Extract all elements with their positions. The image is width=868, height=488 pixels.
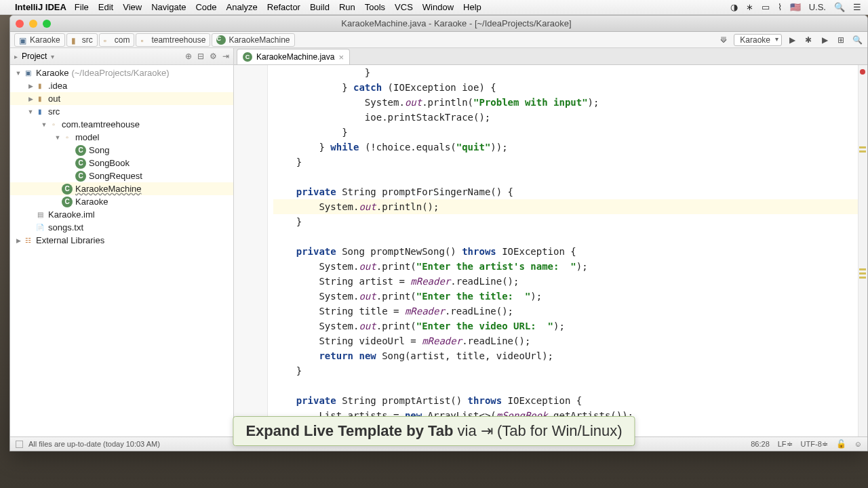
menu-file[interactable]: File [75, 2, 89, 12]
error-indicator-icon[interactable] [860, 69, 865, 75]
tree-iml[interactable]: ▤Karaoke.iml [10, 208, 233, 221]
close-icon[interactable]: × [338, 52, 344, 62]
flag-icon[interactable]: 🇺🇸 [790, 2, 801, 12]
tab-label: KaraokeMachine.java [256, 52, 334, 62]
tree-class-karaoke[interactable]: CKaraoke [10, 195, 233, 208]
make-icon[interactable]: ⟱ [717, 34, 730, 46]
project-tool-window: ▸ Project ▾ ⊕ ⊟ ⚙ ⇥ ▼▣Karaoke(~/IdeaProj… [10, 48, 234, 436]
search-icon[interactable]: 🔍 [851, 34, 863, 46]
code-area[interactable]: } } catch (IOException ioe) { System.out… [268, 65, 858, 436]
menu-view[interactable]: View [123, 2, 142, 12]
crumb-pkg[interactable]: ▫teamtreehouse [136, 33, 210, 47]
tree-pkg[interactable]: ▼▫com.teamtreehouse [10, 118, 233, 131]
tree-out[interactable]: ▶▮out [10, 92, 233, 105]
productivity-tooltip: Expand Live Template by Tab via ⇥ (Tab f… [233, 416, 635, 446]
editor-tab[interactable]: C KaraokeMachine.java × [237, 49, 350, 64]
debug-button[interactable]: ✱ [802, 34, 814, 46]
window-title: KaraokeMachine.java - Karaoke - [~/IdeaP… [51, 18, 862, 28]
hide-icon[interactable]: ⇥ [222, 52, 229, 61]
editor-tabs: C KaraokeMachine.java × [234, 48, 867, 65]
menu-code[interactable]: Code [195, 2, 216, 12]
run-button[interactable]: ▶ [786, 34, 798, 46]
warning-mark[interactable] [859, 277, 866, 279]
editor: C KaraokeMachine.java × } } [234, 48, 867, 436]
caret-position[interactable]: 86:28 [751, 440, 770, 448]
line-separator[interactable]: LF≑ [778, 440, 793, 449]
window-close-button[interactable] [16, 20, 24, 28]
tree-class-songrequest[interactable]: CSongRequest [10, 169, 233, 182]
crumb-com[interactable]: ▫com [99, 33, 135, 47]
project-tree[interactable]: ▼▣Karaoke(~/IdeaProjects/Karaoke) ▶▮.ide… [10, 65, 233, 436]
structure-button[interactable]: ⊞ [835, 34, 847, 46]
lock-icon[interactable]: 🔓 [836, 439, 846, 449]
spotlight-icon[interactable]: 🔍 [834, 2, 845, 12]
menu-tools[interactable]: Tools [365, 2, 385, 12]
error-stripe[interactable] [858, 65, 867, 436]
menu-build[interactable]: Build [310, 2, 330, 12]
crumb-src[interactable]: ▮src [66, 33, 98, 47]
menu-analyze[interactable]: Analyze [226, 2, 258, 12]
menu-edit[interactable]: Edit [98, 2, 113, 12]
menu-icon[interactable]: ☰ [853, 2, 861, 12]
warning-mark[interactable] [859, 150, 866, 152]
tray-icon[interactable]: ◑ [730, 2, 738, 12]
ide-window: KaraokeMachine.java - Karaoke - [~/IdeaP… [9, 15, 868, 451]
tree-model[interactable]: ▼▫model [10, 131, 233, 144]
encoding[interactable]: UTF-8≑ [801, 440, 828, 449]
warning-mark[interactable] [859, 146, 866, 148]
tree-ext-lib[interactable]: ▶☷External Libraries [10, 234, 233, 247]
warning-mark[interactable] [859, 268, 866, 270]
warning-mark[interactable] [859, 272, 866, 274]
scroll-to-icon[interactable]: ⊕ [185, 52, 192, 61]
project-panel-header[interactable]: ▸ Project ▾ ⊕ ⊟ ⚙ ⇥ [10, 48, 233, 65]
crumb-class[interactable]: CKaraokeMachine [212, 33, 294, 47]
menu-refactor[interactable]: Refactor [267, 2, 300, 12]
coverage-button[interactable]: ▶ [818, 34, 831, 46]
crumb-project[interactable]: ▣Karaoke [14, 33, 65, 47]
tree-class-song[interactable]: CSong [10, 144, 233, 157]
gear-icon[interactable]: ⚙ [210, 52, 217, 61]
collapse-icon[interactable]: ⊟ [197, 52, 204, 61]
status-message: All files are up-to-date (today 10:03 AM… [28, 440, 160, 448]
tree-root[interactable]: ▼▣Karaoke(~/IdeaProjects/Karaoke) [10, 66, 233, 79]
window-minimize-button[interactable] [29, 20, 37, 28]
window-zoom-button[interactable] [43, 20, 51, 28]
navigation-bar: ▣Karaoke ▮src ▫com ▫teamtreehouse CKarao… [10, 32, 867, 48]
tree-class-karaokemachine[interactable]: CKaraokeMachine [10, 182, 233, 195]
menu-navigate[interactable]: Navigate [151, 2, 186, 12]
panel-title: Project [22, 52, 47, 61]
status-icon[interactable] [16, 441, 23, 448]
gutter[interactable] [234, 65, 268, 436]
menu-vcs[interactable]: VCS [395, 2, 413, 12]
tree-idea[interactable]: ▶▮.idea [10, 79, 233, 92]
run-config-dropdown[interactable]: Karaoke [734, 34, 782, 46]
menu-help[interactable]: Help [463, 2, 481, 12]
locale-text[interactable]: U.S. [809, 2, 826, 12]
tree-src[interactable]: ▼▮src [10, 105, 233, 118]
tree-songs[interactable]: 📄songs.txt [10, 221, 233, 234]
hector-icon[interactable]: ☺ [854, 440, 862, 448]
wifi-icon[interactable]: ⌇ [778, 2, 782, 12]
mac-menubar: IntelliJ IDEA File Edit View Navigate Co… [0, 0, 868, 15]
menu-run[interactable]: Run [339, 2, 355, 12]
tree-class-songbook[interactable]: CSongBook [10, 157, 233, 169]
bluetooth-icon[interactable]: ∗ [746, 2, 753, 12]
system-tray: ◑ ∗ ▭ ⌇ 🇺🇸 U.S. 🔍 ☰ [730, 2, 861, 12]
app-name[interactable]: IntelliJ IDEA [15, 2, 66, 12]
display-icon[interactable]: ▭ [762, 2, 770, 12]
menu-window[interactable]: Window [422, 2, 454, 12]
titlebar[interactable]: KaraokeMachine.java - Karaoke - [~/IdeaP… [10, 16, 867, 32]
class-icon: C [243, 52, 252, 62]
